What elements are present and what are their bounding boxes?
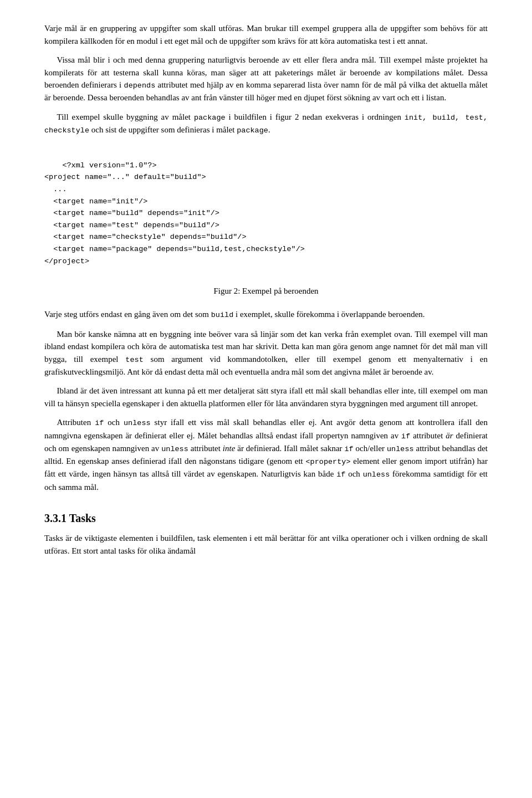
code-if: if — [95, 419, 104, 427]
para-linear: Man bör kanske nämna att en byggning int… — [44, 328, 488, 378]
paragraph-tasks: Tasks är de viktigaste elementen i build… — [44, 532, 488, 557]
section-number: 3.3.1 — [44, 512, 66, 524]
para-text-1: Varje mål är en gruppering av uppgifter … — [44, 22, 488, 47]
em-ar: är — [446, 431, 453, 440]
para-detailed: Ibland är det även intressant att kunna … — [44, 385, 488, 410]
code-line-8: <target name="package" depends="build,te… — [44, 245, 305, 253]
code-property: <property> — [306, 458, 351, 466]
para-if-unless: Attributen if och unless styr ifall ett … — [44, 416, 488, 493]
code-depends: depends — [124, 81, 156, 90]
paragraph-1: Varje mål är en gruppering av uppgifter … — [44, 22, 488, 47]
figure-caption: Figur 2: Exempel på beroenden — [44, 285, 488, 298]
paragraph-after-fig-2: Man bör kanske nämna att en byggning int… — [44, 328, 488, 378]
code-unless2: unless — [161, 445, 188, 453]
code-line-1: <?xml version="1.0"?> — [62, 161, 156, 170]
paragraph-after-fig-3: Ibland är det även intressant att kunna … — [44, 385, 488, 410]
code-if3: if — [344, 445, 353, 453]
code-if4: if — [336, 470, 345, 479]
main-content: Varje mål är en gruppering av uppgifter … — [44, 22, 488, 557]
code-example: <?xml version="1.0"?> <project name="...… — [44, 147, 488, 279]
code-if2: if — [401, 432, 410, 441]
code-line-2: <project name="..." default="build"> — [44, 173, 206, 181]
code-line-3: ... — [44, 185, 67, 193]
code-line-9: </project> — [44, 257, 89, 265]
code-unless: unless — [124, 419, 151, 427]
code-build-inline: build — [211, 311, 234, 319]
para-text-3: Till exempel skulle byggning av målet pa… — [44, 111, 488, 137]
paragraph-2: Vissa mål blir i och med denna grupperin… — [44, 54, 488, 104]
paragraph-3: Till exempel skulle byggning av målet pa… — [44, 111, 488, 137]
section-heading-tasks: 3.3.1 Tasks — [44, 510, 488, 526]
code-unless3: unless — [387, 445, 414, 453]
para-build-example: Varje steg utförs endast en gång även om… — [44, 308, 488, 321]
paragraph-after-fig-4: Attributen if och unless styr ifall ett … — [44, 416, 488, 493]
em-inte: inte — [223, 444, 236, 453]
code-package: package — [194, 114, 226, 122]
code-line-5: <target name="build" depends="init"/> — [44, 209, 219, 217]
section-title: Tasks — [69, 512, 96, 524]
para-text-2: Vissa mål blir i och med denna grupperin… — [44, 54, 488, 104]
paragraph-after-fig-1: Varje steg utförs endast en gång även om… — [44, 308, 488, 321]
code-package2: package — [237, 126, 268, 135]
code-line-4: <target name="init"/> — [44, 197, 147, 206]
para-tasks-text: Tasks är de viktigaste elementen i build… — [44, 532, 488, 557]
code-test-inline: test — [125, 356, 143, 364]
code-line-7: <target name="checkstyle" depends="build… — [44, 233, 247, 241]
code-unless4: unless — [363, 470, 390, 479]
code-line-6: <target name="test" depends="build"/> — [44, 221, 219, 229]
